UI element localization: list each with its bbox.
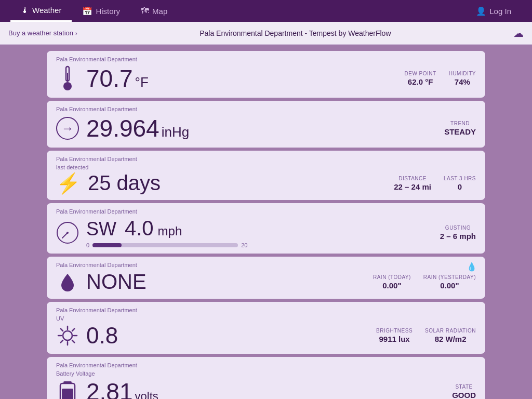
nav-map[interactable]: 🗺 Map: [130, 0, 178, 22]
battery-unit: volts: [135, 390, 158, 399]
last3hrs-value: 0: [444, 182, 476, 191]
rain-station-name: Pala Environmental Department: [56, 262, 476, 268]
battery-card-body: 2.81 volts STATE GOOD: [56, 378, 476, 399]
nav-history[interactable]: 📅 History: [72, 0, 130, 22]
rain-yesterday-label: RAIN (YESTERDAY): [423, 274, 476, 280]
dew-point-value: 62.0 °F: [404, 77, 436, 86]
uv-card: Pala Environmental Department UV 0.8: [47, 302, 485, 354]
state-stat: STATE GOOD: [452, 384, 476, 399]
subheader: Buy a weather station › Pala Environment…: [0, 22, 532, 45]
lightning-stats: DISTANCE 22 – 24 mi LAST 3 HRS 0: [394, 176, 476, 191]
rain-today-stat: RAIN (TODAY) 0.00": [373, 274, 411, 290]
rain-today-label: RAIN (TODAY): [373, 274, 411, 280]
uv-sun-icon: [56, 324, 79, 347]
svg-line-12: [72, 340, 74, 342]
rain-value: NONE: [86, 270, 147, 294]
map-nav-icon: 🗺: [141, 6, 149, 16]
lightning-value: 25 days: [88, 171, 161, 195]
uv-station-name: Pala Environmental Department: [56, 307, 476, 313]
wind-bar-container: 0 20: [86, 242, 440, 248]
uv-sub-label: UV: [56, 315, 476, 322]
battery-station-name: Pala Environmental Department: [56, 362, 476, 368]
pressure-value: 29.964 inHg: [86, 114, 189, 142]
svg-point-6: [63, 331, 72, 340]
uv-value: 0.8: [86, 323, 118, 349]
arrow-circle-icon: →: [56, 117, 79, 140]
gusting-value: 2 – 6 mph: [440, 232, 476, 241]
battery-stats: STATE GOOD: [452, 384, 476, 399]
distance-stat: DISTANCE 22 – 24 mi: [394, 176, 431, 191]
pressure-unit: inHg: [162, 124, 189, 140]
lightning-sub-label: last detected: [56, 164, 476, 170]
svg-rect-1: [67, 73, 68, 82]
solar-stat: SOLAR RADIATION 82 W/m2: [425, 328, 476, 343]
pressure-card: Pala Environmental Department → 29.964 i…: [47, 101, 485, 148]
state-label: STATE: [452, 384, 476, 390]
trend-value: STEADY: [444, 127, 476, 136]
dew-point-label: DEW POINT: [404, 71, 436, 76]
svg-line-11: [61, 329, 63, 331]
wind-stats: GUSTING 2 – 6 mph: [440, 225, 476, 241]
humidity-value: 74%: [449, 77, 476, 86]
lightning-card: Pala Environmental Department last detec…: [47, 151, 485, 200]
weather-nav-icon: 🌡: [21, 6, 29, 15]
rain-card: Pala Environmental Department 💧 NONE RAI…: [47, 257, 485, 299]
svg-line-4: [62, 233, 68, 238]
nav-items: 🌡 Weather 📅 History 🗺 Map 👤 Log In: [10, 0, 522, 22]
pressure-card-body: → 29.964 inHg TREND STEADY: [56, 114, 476, 142]
trend-label: TREND: [444, 121, 476, 126]
svg-point-2: [63, 82, 72, 90]
temp-station-name: Pala Environmental Department: [56, 56, 476, 62]
rain-yesterday-value: 0.00": [423, 281, 476, 290]
nav-login-label: Log In: [489, 7, 511, 16]
uv-card-body: 0.8 BRIGHTNESS 9911 lux SOLAR RADIATION …: [56, 323, 476, 349]
wind-card: Pala Environmental Department SW 4.0 mph…: [47, 203, 485, 254]
brightness-stat: BRIGHTNESS 9911 lux: [376, 328, 413, 343]
distance-label: DISTANCE: [394, 176, 431, 181]
battery-sub-label: Battery Voltage: [56, 370, 476, 377]
wind-bar-fill: [92, 243, 122, 247]
wind-bar-min: 0: [86, 242, 89, 248]
pressure-stats: TREND STEADY: [444, 121, 476, 136]
raindrop-icon: 💧: [467, 262, 477, 272]
rain-icon: [56, 271, 79, 294]
nav-weather[interactable]: 🌡 Weather: [10, 0, 72, 22]
state-value: GOOD: [452, 391, 476, 399]
wind-bar-track: [92, 243, 238, 247]
nav-login[interactable]: 👤 Log In: [466, 0, 522, 22]
rain-card-body: NONE RAIN (TODAY) 0.00" RAIN (YESTERDAY)…: [56, 270, 476, 294]
dew-point-stat: DEW POINT 62.0 °F: [404, 71, 436, 86]
temperature-value: 70.7 °F: [86, 64, 149, 92]
pressure-station-name: Pala Environmental Department: [56, 106, 476, 112]
battery-card: Pala Environmental Department Battery Vo…: [47, 357, 485, 399]
lightning-icon: ⚡: [56, 172, 81, 195]
nav-history-label: History: [96, 7, 120, 16]
trend-stat: TREND STEADY: [444, 121, 476, 136]
svg-point-5: [66, 232, 69, 234]
last3hrs-stat: LAST 3 HRS 0: [444, 176, 476, 191]
wind-speed: 4.0: [125, 217, 154, 240]
station-title: Pala Environmental Department - Tempest …: [77, 29, 513, 37]
wind-values: SW 4.0 mph 0 20: [86, 217, 440, 248]
distance-value: 22 – 24 mi: [394, 182, 431, 191]
wind-unit: mph: [158, 224, 182, 238]
main-content: Pala Environmental Department 70.7 °F DE…: [0, 45, 532, 399]
buy-station-text: Buy a weather station: [8, 29, 73, 37]
lightning-station-name: Pala Environmental Department: [56, 156, 476, 162]
last3hrs-label: LAST 3 HRS: [444, 176, 476, 181]
temp-stats: DEW POINT 62.0 °F HUMIDITY 74%: [404, 71, 476, 86]
nav-weather-label: Weather: [32, 6, 61, 15]
nav-map-label: Map: [152, 7, 167, 16]
login-nav-icon: 👤: [476, 6, 486, 16]
wind-reading: SW 4.0 mph: [86, 217, 440, 240]
wind-bar-max: 20: [241, 242, 247, 248]
buy-station-link[interactable]: Buy a weather station ›: [8, 29, 77, 37]
solar-value: 82 W/m2: [425, 335, 476, 343]
pressure-icon: →: [56, 117, 79, 140]
wind-compass-icon: [56, 221, 79, 244]
temperature-unit: °F: [135, 74, 149, 90]
rain-today-value: 0.00": [373, 281, 411, 290]
uv-stats: BRIGHTNESS 9911 lux SOLAR RADIATION 82 W…: [376, 328, 476, 343]
rain-stats: RAIN (TODAY) 0.00" RAIN (YESTERDAY) 0.00…: [373, 274, 476, 290]
battery-value: 2.81 volts: [86, 378, 158, 399]
